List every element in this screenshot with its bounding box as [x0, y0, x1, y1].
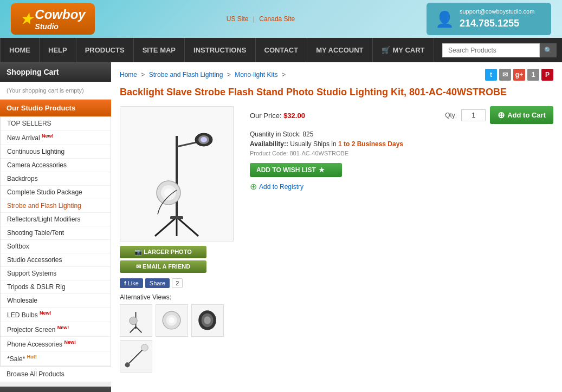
stock-value: 825 — [302, 130, 313, 138]
sidebar-newsletter-heading: Newsletter Sign Up — [0, 387, 111, 392]
support-icon: 👤 — [435, 10, 454, 28]
badge-new-phone: New! — [64, 339, 76, 345]
share-icon[interactable]: 1 — [527, 69, 539, 81]
badge-new: New! — [42, 133, 54, 139]
nav-contact[interactable]: CONTACT — [256, 38, 308, 62]
qty-input[interactable] — [461, 109, 486, 121]
product-image-col: 📷 LARGER PHOTO ✉ EMAIL A FRIEND f Like S… — [120, 106, 239, 373]
svg-line-0 — [155, 217, 177, 236]
svg-line-14 — [136, 327, 142, 333]
nav-mycart[interactable]: 🛒 MY CART — [373, 38, 434, 62]
canada-site-link[interactable]: Canada Site — [259, 15, 295, 23]
add-to-cart-button[interactable]: ⊕ Add to Cart — [490, 106, 553, 124]
logo-cowboy: Cowboy — [35, 7, 85, 22]
sidebar-item-projector-screen[interactable]: Projector Screen New! — [1, 322, 111, 337]
svg-point-18 — [169, 317, 175, 323]
plus-icon: ⊕ — [498, 110, 505, 120]
svg-point-7 — [201, 137, 207, 142]
alt-thumb-4[interactable] — [120, 340, 152, 373]
nav-myaccount[interactable]: MY ACCOUNT — [307, 38, 372, 62]
sidebar-item-led-bulbs[interactable]: LED Bulbs New! — [1, 308, 111, 322]
svg-rect-11 — [170, 216, 183, 219]
sidebar-item-strobe-flash[interactable]: Strobe and Flash Lighting — [1, 199, 111, 213]
sidebar-item-new-arrival[interactable]: New Arrival New! — [1, 130, 111, 145]
sidebar-item-studio-accessories[interactable]: Studio Accessories — [1, 253, 111, 267]
registry-plus-icon: ⊕ — [250, 181, 257, 192]
nav-help[interactable]: HELP — [40, 38, 76, 62]
svg-line-1 — [177, 217, 198, 236]
content-area: Home > Strobe and Flash Lighting > Mono-… — [111, 62, 562, 392]
availability-text: Usually Ships in — [290, 140, 336, 148]
sidebar-cart-heading: Shopping Cart — [0, 62, 111, 82]
availability-days: 1 to 2 Business Days — [338, 140, 403, 148]
alt-images — [120, 304, 239, 373]
add-to-registry-button[interactable]: ⊕ Add to Registry — [250, 180, 553, 193]
sidebar-item-softbox[interactable]: Softbox — [1, 240, 111, 253]
breadcrumb-category[interactable]: Strobe and Flash Lighting — [149, 71, 223, 79]
twitter-icon[interactable]: t — [485, 69, 497, 81]
wish-registry-row: ADD TO WISH LIST ★ ⊕ Add to Registry — [250, 163, 553, 193]
qty-add-row: Qty: ⊕ Add to Cart — [445, 106, 553, 124]
search-input[interactable] — [442, 43, 540, 57]
sidebar-item-top-sellers[interactable]: TOP SELLERS — [1, 117, 111, 130]
sidebar-item-support-systems[interactable]: Support Systems — [1, 267, 111, 280]
alt-thumb-1[interactable] — [120, 304, 152, 337]
alt-thumb-3[interactable] — [191, 304, 224, 337]
fb-share-button[interactable]: Share — [145, 278, 170, 288]
product-code-value: 801-AC-40WSTROBE — [289, 150, 348, 156]
sidebar-item-complete-studio[interactable]: Complete Studio Package — [1, 186, 111, 199]
pinterest-icon[interactable]: P — [541, 69, 553, 81]
email-friend-button[interactable]: ✉ EMAIL A FRIEND — [120, 260, 206, 273]
sidebar-item-reflectors[interactable]: Reflectors/Light Modifiers — [1, 213, 111, 226]
nav-instructions[interactable]: INSTRUCTIONS — [185, 38, 256, 62]
cart-icon: 🛒 — [382, 46, 390, 54]
breadcrumb-subcategory[interactable]: Mono-light Kits — [235, 71, 277, 79]
fb-like-button[interactable]: f Like — [120, 278, 143, 288]
product-info-col: Our Price: $32.00 Qty: ⊕ Add to Cart Qua… — [250, 106, 553, 373]
sidebar-item-tripods[interactable]: Tripods & DSLR Rig — [1, 280, 111, 294]
badge-hot-sale: Hot! — [27, 354, 37, 360]
alt-thumb-2[interactable] — [156, 304, 188, 337]
svg-line-13 — [130, 327, 136, 333]
breadcrumb-path: Home > Strobe and Flash Lighting > Mono-… — [120, 71, 288, 79]
sidebar-item-continuous-lighting[interactable]: Continuous Lighting — [1, 145, 111, 159]
badge-new-led: New! — [40, 310, 51, 316]
product-title: Backlight Slave Strobe Flash Stand Photo… — [120, 86, 553, 99]
add-to-wish-button[interactable]: ADD TO WISH LIST ★ — [250, 163, 342, 177]
sidebar-item-wholesale[interactable]: Wholesale — [1, 294, 111, 308]
contact-header: 👤 support@cowboystudio.com 214.785.1255 — [427, 3, 551, 35]
sidebar-item-phone-accessories[interactable]: Phone Accessories New! — [1, 337, 111, 351]
logo-studio: Studio — [35, 22, 85, 31]
sidebar-item-camera-accessories[interactable]: Camera Accessories — [1, 159, 111, 172]
sidebar-item-backdrops[interactable]: Backdrops — [1, 172, 111, 186]
nav-products[interactable]: PRODUCTS — [76, 38, 134, 62]
stock-info: Quantity in Stock: 825 — [250, 130, 553, 138]
nav-home[interactable]: HOME — [0, 38, 40, 62]
nav-sitemap[interactable]: SITE MAP — [134, 38, 185, 62]
qty-label: Qty: — [445, 112, 457, 119]
social-icons: t ✉ g+ 1 P — [485, 69, 553, 81]
gplus-icon[interactable]: g+ — [513, 69, 525, 81]
product-image-svg — [122, 109, 231, 239]
larger-photo-button[interactable]: 📷 LARGER PHOTO — [120, 246, 206, 258]
svg-point-15 — [130, 317, 138, 325]
our-price: Our Price: $32.00 — [250, 112, 305, 120]
search-button[interactable]: 🔍 — [540, 43, 557, 57]
fb-share-row: f Like Share 2 — [120, 278, 239, 288]
product-code: Product Code: 801-AC-40WSTROBE — [250, 150, 553, 156]
breadcrumb: Home > Strobe and Flash Lighting > Mono-… — [120, 69, 553, 81]
logo-star: ★ — [20, 11, 33, 28]
badge-new-proj: New! — [57, 325, 69, 330]
email-icon[interactable]: ✉ — [499, 69, 511, 81]
sidebar-item-shooting-table[interactable]: Shooting Table/Tent — [1, 226, 111, 240]
us-site-link[interactable]: US Site — [227, 15, 249, 23]
breadcrumb-home[interactable]: Home — [120, 71, 137, 79]
alt-views-label: Alternative Views: — [120, 293, 239, 301]
support-phone: 214.785.1255 — [460, 16, 534, 31]
logo[interactable]: ★ Cowboy Studio — [11, 3, 95, 35]
sidebar-cart-empty: (Your shopping cart is empty) — [0, 82, 111, 100]
sidebar-browse-all[interactable]: Browse All Products — [0, 367, 111, 382]
sidebar-item-sale[interactable]: *Sale* Hot! — [1, 351, 111, 366]
svg-point-23 — [141, 344, 148, 351]
sidebar-products-heading: Our Studio Products — [0, 100, 111, 116]
